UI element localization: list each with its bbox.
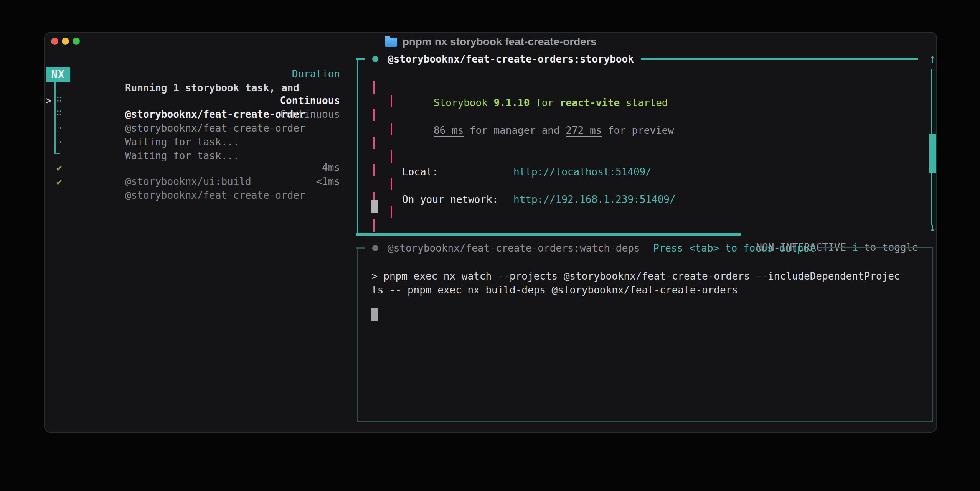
task-list-header: Running 1 storybook task, and Duration — [89, 67, 340, 81]
panel-border — [357, 421, 933, 422]
focus-output-hint: Press <tab> to focus output — [653, 241, 815, 255]
task-row[interactable]: @storybooknx/feat-create-order Continuou… — [89, 94, 340, 107]
spinner-icon: ∷ — [56, 92, 62, 106]
task-status-dot — [372, 245, 378, 251]
pending-dot-icon: · — [58, 121, 64, 135]
scroll-up-icon[interactable]: ↑ — [926, 52, 937, 65]
network-url-label: On your network: — [402, 193, 498, 206]
manager-time: 86 ms — [434, 125, 464, 136]
task-tree-corner — [54, 153, 60, 154]
gutter-dash — [373, 81, 375, 94]
gutter-dash — [373, 164, 375, 176]
command-line: > pnpm exec nx watch --projects @storybo… — [371, 269, 900, 283]
check-icon: ✔ — [56, 161, 63, 175]
timing-text: for preview — [602, 125, 674, 136]
terminal-cursor — [371, 308, 378, 321]
started-text: for — [530, 97, 559, 109]
network-url-link[interactable]: http://192.168.1.239:51409/ — [513, 193, 676, 206]
storybook-panel-title: @storybooknx/feat-create-orders:storyboo… — [388, 52, 634, 66]
task-duration: <1ms — [316, 175, 340, 188]
quit-key: q — [313, 431, 320, 433]
storybook-timing-line: 86 ms for manager and 272 ms for preview — [398, 110, 674, 151]
completed-task-row[interactable]: @storybooknx/feat-create-order <1ms — [89, 175, 340, 188]
task-duration: 4ms — [322, 161, 340, 175]
terminal-cursor — [371, 200, 378, 213]
terminal-window: pnpm nx storybook feat-create-orders NX … — [44, 32, 937, 433]
started-text: started — [620, 97, 668, 109]
gutter-dash — [373, 109, 375, 121]
desktop: pnpm nx storybook feat-create-orders NX … — [0, 0, 980, 491]
scrollbar-thumb[interactable] — [929, 134, 936, 173]
task-row[interactable]: @storybooknx/feat-create-order Continuou… — [89, 107, 340, 121]
selected-task-arrow: > — [46, 94, 52, 107]
storybook-version: 9.1.10 — [493, 97, 530, 109]
gutter-dash — [373, 219, 375, 232]
panel-border — [818, 247, 932, 248]
duration-column-header: Duration — [292, 67, 340, 81]
titlebar: pnpm nx storybook feat-create-orders — [45, 35, 936, 49]
gutter-dash — [391, 178, 392, 190]
check-icon: ✔ — [56, 175, 63, 188]
pending-dot-icon: · — [58, 135, 64, 149]
panel-border — [932, 247, 933, 422]
gutter-dash — [391, 206, 392, 218]
quit-hint-label: quit: — [277, 431, 313, 433]
spinner-icon: ∷ — [56, 106, 62, 120]
task-row[interactable]: Waiting for task... — [89, 135, 340, 149]
scroll-down-icon[interactable]: ↓ — [926, 221, 937, 234]
task-status: Continuous — [280, 107, 340, 121]
gutter-dash — [391, 123, 392, 135]
preview-time: 272 ms — [566, 125, 602, 136]
nx-logo-badge: NX — [46, 67, 70, 82]
watch-deps-panel-title: @storybooknx/feat-create-orders:watch-de… — [388, 241, 640, 255]
gutter-dash — [391, 95, 392, 107]
window-title: pnpm nx storybook feat-create-orders — [403, 36, 597, 48]
task-status-dot — [372, 56, 378, 62]
task-row[interactable]: Waiting for task... — [89, 121, 340, 135]
gutter-dash — [391, 150, 392, 163]
started-text: Storybook — [434, 97, 494, 109]
help-key: ? — [368, 431, 374, 433]
task-list-header-title: Running 1 storybook task, and — [125, 82, 299, 94]
panel-border — [357, 247, 358, 422]
gutter-dash — [373, 137, 375, 149]
task-name: Waiting for task... — [125, 150, 239, 161]
panel-border — [641, 58, 918, 60]
task-name: @storybooknx/feat-create-order — [125, 189, 305, 201]
completed-task-row[interactable]: @storybooknx/ui:build 4ms — [89, 161, 340, 175]
keyboard-hints: quit: q help: ? — [241, 416, 373, 433]
help-hint-label: help: — [320, 431, 368, 433]
panel-border — [357, 58, 358, 234]
task-tree-line — [54, 82, 56, 154]
local-url-label: Local: — [402, 165, 438, 179]
framework-name: react-vite — [560, 97, 620, 109]
command-line: ts -- pnpm exec nx build-deps @storybook… — [371, 283, 738, 297]
panel-border — [356, 233, 741, 236]
timing-text: for manager and — [464, 125, 566, 136]
folder-icon — [385, 38, 397, 47]
task-status: Continuous — [280, 94, 340, 107]
local-url-link[interactable]: http://localhost:51409/ — [513, 165, 652, 179]
